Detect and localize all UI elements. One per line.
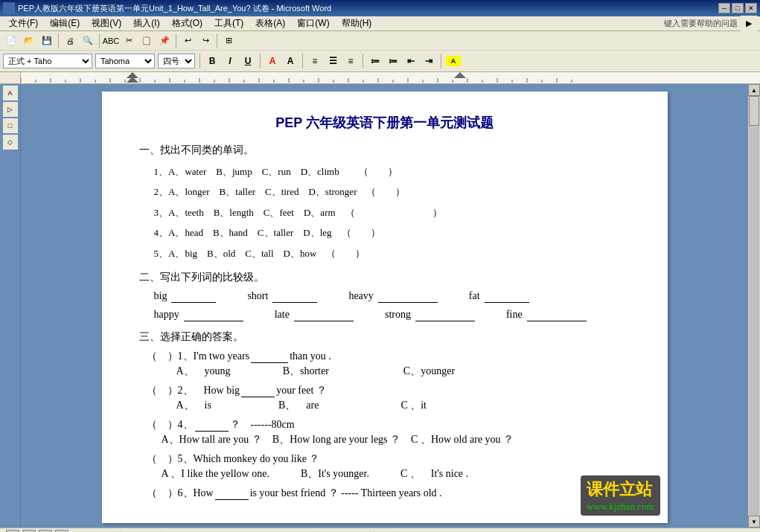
align-left[interactable]: ≡ bbox=[307, 54, 322, 68]
redo-button[interactable]: ↪ bbox=[197, 33, 214, 49]
left-tool-1[interactable]: A bbox=[3, 86, 18, 100]
highlight-button[interactable]: A bbox=[446, 56, 461, 66]
fill-short: short bbox=[247, 290, 319, 303]
s3-q4-blank bbox=[195, 419, 229, 432]
fill-short-blank bbox=[272, 290, 317, 303]
save-button[interactable]: 💾 bbox=[39, 33, 55, 49]
q1-2-text: 2、A、longer B、taller C、tired D、stronger （… bbox=[154, 183, 406, 200]
s3-q5-paren: （ ） bbox=[147, 452, 178, 466]
fill-late: late bbox=[275, 309, 355, 321]
size-select[interactable]: 四号 bbox=[158, 54, 195, 68]
fill-happy: happy bbox=[154, 309, 245, 321]
fill-fat-word: fat bbox=[469, 290, 480, 302]
s3-q1-num: 1、 bbox=[178, 350, 194, 363]
copy-button[interactable]: 📋 bbox=[138, 33, 155, 49]
style-select[interactable]: 正式 + Taho bbox=[3, 54, 92, 68]
left-tool-3[interactable]: □ bbox=[3, 118, 18, 133]
s3-q2-options: A、 is B、 are C 、it bbox=[176, 399, 630, 412]
section2-row2: happy late strong fine bbox=[154, 309, 630, 321]
numbered-list[interactable]: ≔ bbox=[386, 54, 400, 68]
menu-tools[interactable]: 工具(T) bbox=[208, 16, 249, 31]
menu-help[interactable]: 帮助(H) bbox=[336, 16, 378, 31]
sep1 bbox=[58, 33, 59, 48]
section3-q6: （ ） 6、How is your best friend ？ ----- Th… bbox=[147, 487, 630, 500]
s3-q2-line: （ ） 2、 How big your feet ？ bbox=[147, 384, 630, 397]
status-btn-3[interactable]: ≡ bbox=[39, 530, 52, 533]
q1-4-text: 4、A、head B、hand C、taller D、leg （ ） bbox=[154, 224, 380, 241]
italic-button[interactable]: I bbox=[223, 54, 237, 68]
s3-q4-num: 4、 bbox=[178, 418, 194, 432]
right-scrollbar[interactable]: ▲ ▼ bbox=[748, 84, 760, 528]
s3-q4-line: （ ） 4、 ？ ------80cm bbox=[147, 418, 630, 432]
cut-button[interactable]: ✂ bbox=[121, 33, 137, 49]
print-button[interactable]: 🖨 bbox=[62, 33, 78, 49]
menu-window[interactable]: 窗口(W) bbox=[291, 16, 335, 31]
font-select[interactable]: Tahoma bbox=[95, 54, 155, 68]
menu-format[interactable]: 格式(O) bbox=[166, 16, 208, 31]
search-hint: 键入需要帮助的问题 bbox=[664, 18, 738, 29]
paste-button[interactable]: 📌 bbox=[156, 33, 173, 49]
new-button[interactable]: 📄 bbox=[3, 33, 19, 49]
spell-button[interactable]: ABC bbox=[103, 33, 119, 49]
fill-late-blank bbox=[294, 309, 354, 321]
s3-q4-paren: （ ） bbox=[147, 418, 178, 432]
scroll-thumb[interactable] bbox=[749, 96, 759, 126]
status-btn-4[interactable]: ⊕ bbox=[55, 530, 68, 533]
align-center[interactable]: ☰ bbox=[325, 54, 340, 68]
underline-button[interactable]: U bbox=[240, 54, 255, 68]
font-color-button[interactable]: A bbox=[265, 54, 280, 68]
s3-q6-line: （ ） 6、How is your best friend ？ ----- Th… bbox=[147, 487, 630, 500]
s3-q6-paren: （ ） bbox=[147, 487, 178, 500]
table-button[interactable]: ⊞ bbox=[220, 33, 237, 49]
section3-title: 三、选择正确的答案。 bbox=[139, 330, 630, 344]
left-tool-2[interactable]: ▷ bbox=[3, 102, 18, 117]
font-size-up[interactable]: A bbox=[283, 54, 298, 68]
ruler-left bbox=[0, 72, 21, 83]
s3-q4-options: A、How tall are you ？ B、How long are your… bbox=[162, 433, 630, 446]
status-btn-2[interactable]: ▦ bbox=[22, 530, 36, 533]
indent-right bbox=[454, 72, 466, 78]
fill-fat: fat bbox=[469, 290, 531, 303]
close-button[interactable]: ✕ bbox=[745, 3, 757, 13]
q1-1: 1、A、water B、jump C、run D、climb （ ） bbox=[154, 163, 630, 180]
open-button[interactable]: 📂 bbox=[21, 33, 37, 49]
menu-file[interactable]: 文件(F) bbox=[3, 16, 44, 31]
left-panel: A ▷ □ ◇ bbox=[0, 84, 21, 528]
menu-table[interactable]: 表格(A) bbox=[249, 16, 291, 31]
window-controls[interactable]: ─ □ ✕ bbox=[718, 3, 757, 13]
s3-q1-text-before: I'm two years bbox=[194, 350, 250, 362]
document-title: PEP 六年级英语下册第一单元测试题 bbox=[139, 114, 630, 132]
indent-decrease[interactable]: ⇤ bbox=[403, 54, 418, 68]
scroll-up-button[interactable]: ▲ bbox=[748, 84, 760, 96]
menu-insert[interactable]: 插入(I) bbox=[127, 16, 165, 31]
fill-big-word: big bbox=[154, 290, 167, 302]
align-right[interactable]: ≡ bbox=[343, 54, 358, 68]
undo-button[interactable]: ↩ bbox=[179, 33, 196, 49]
s3-q5-opt-a: A 、I like the yellow one. B、It's younger… bbox=[162, 467, 469, 481]
menu-view[interactable]: 视图(V) bbox=[86, 16, 127, 31]
status-btn-1[interactable]: □ bbox=[6, 530, 19, 533]
fill-late-word: late bbox=[275, 309, 290, 321]
left-tools: A ▷ □ ◇ bbox=[0, 84, 20, 151]
preview-button[interactable]: 🔍 bbox=[80, 33, 96, 49]
bullet-list[interactable]: ≔ bbox=[368, 54, 383, 68]
s3-q2-opt-a: A、 is bbox=[176, 399, 211, 412]
bold-button[interactable]: B bbox=[205, 54, 220, 68]
scroll-down-button[interactable]: ▼ bbox=[748, 516, 760, 528]
search-button[interactable]: ▶ bbox=[741, 16, 757, 32]
format-sep5 bbox=[441, 54, 441, 68]
format-sep3 bbox=[302, 54, 303, 68]
section3-q4: （ ） 4、 ？ ------80cm A、How tall are you ？… bbox=[147, 418, 630, 446]
restore-button[interactable]: □ bbox=[732, 3, 744, 13]
s3-q2-text: How big bbox=[194, 384, 240, 397]
q1-3: 3、A、teeth B、length C、feet D、arm （ ） bbox=[154, 204, 630, 221]
q1-2: 2、A、longer B、taller C、tired D、stronger （… bbox=[154, 183, 630, 200]
minimize-button[interactable]: ─ bbox=[718, 3, 730, 13]
s3-q1-opt-c: C、younger bbox=[403, 365, 455, 378]
fill-fat-blank bbox=[485, 290, 529, 303]
menu-edit[interactable]: 编辑(E) bbox=[44, 16, 86, 31]
indent-increase[interactable]: ⇥ bbox=[421, 54, 436, 68]
section1-questions: 1、A、water B、jump C、run D、climb （ ） 2、A、l… bbox=[154, 163, 630, 262]
left-tool-4[interactable]: ◇ bbox=[3, 135, 18, 150]
s3-q5-num: 5、Which monkey do you like ？ bbox=[178, 452, 320, 466]
